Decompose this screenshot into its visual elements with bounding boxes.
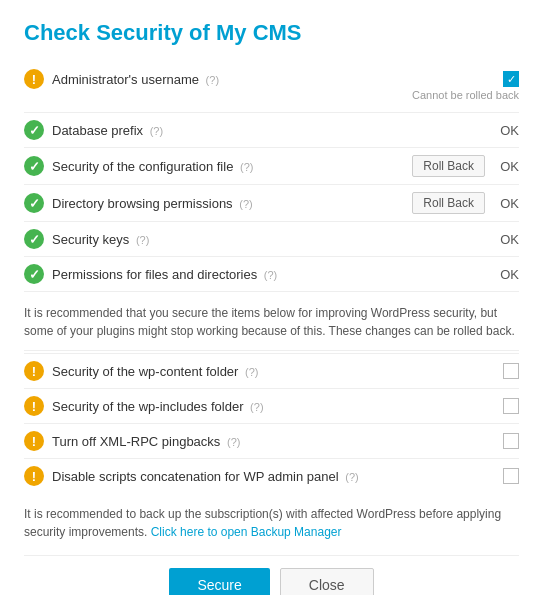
status-db: OK [499, 123, 519, 138]
item-label-db: Database prefix (?) [52, 123, 491, 138]
backup-manager-link[interactable]: Click here to open Backup Manager [151, 525, 342, 539]
bottom-text: It is recommended to back up the subscri… [24, 493, 519, 555]
admin-checkbox[interactable] [503, 71, 519, 87]
checkbox-xml-rpc[interactable] [503, 433, 519, 449]
item-label-permissions: Permissions for files and directories (?… [52, 267, 491, 282]
status-keys: OK [499, 232, 519, 247]
warn-icon-wp-content: ! [24, 361, 44, 381]
cannot-rollback-text: Cannot be rolled back [24, 89, 519, 105]
item-label-keys: Security keys (?) [52, 232, 491, 247]
ok-icon-db: ✓ [24, 120, 44, 140]
item-label-dir: Directory browsing permissions (?) [52, 196, 412, 211]
status-dir: OK [499, 196, 519, 211]
ok-icon-dir: ✓ [24, 193, 44, 213]
item-row-db-prefix: ✓ Database prefix (?) OK [24, 113, 519, 148]
item-row-config-file: ✓ Security of the configuration file (?)… [24, 148, 519, 185]
warn-icon-wp-includes: ! [24, 396, 44, 416]
rollback-button-dir[interactable]: Roll Back [412, 192, 485, 214]
item-row-wp-includes: ! Security of the wp-includes folder (?) [24, 389, 519, 424]
close-button[interactable]: Close [280, 568, 374, 595]
optional-items-section: ! Security of the wp-content folder (?) … [24, 353, 519, 493]
item-row-wp-content: ! Security of the wp-content folder (?) [24, 354, 519, 389]
ok-icon-permissions: ✓ [24, 264, 44, 284]
checkbox-scripts[interactable] [503, 468, 519, 484]
warn-icon-admin: ! [24, 69, 44, 89]
main-container: Check Security of My CMS ! Administrator… [0, 0, 543, 595]
item-row-dir-browsing: ✓ Directory browsing permissions (?) Rol… [24, 185, 519, 222]
warn-icon-xml-rpc: ! [24, 431, 44, 451]
item-row-xml-rpc: ! Turn off XML-RPC pingbacks (?) [24, 424, 519, 459]
warn-icon-scripts: ! [24, 466, 44, 486]
item-label-admin: Administrator's username (?) [52, 72, 503, 87]
item-row-file-permissions: ✓ Permissions for files and directories … [24, 257, 519, 292]
checkbox-wp-content[interactable] [503, 363, 519, 379]
ok-icon-keys: ✓ [24, 229, 44, 249]
item-label-wp-content: Security of the wp-content folder (?) [52, 364, 503, 379]
status-config: OK [499, 159, 519, 174]
item-label-wp-includes: Security of the wp-includes folder (?) [52, 399, 503, 414]
info-text: It is recommended that you secure the it… [24, 292, 519, 351]
item-row-scripts-concat: ! Disable scripts concatenation for WP a… [24, 459, 519, 493]
item-label-scripts: Disable scripts concatenation for WP adm… [52, 469, 503, 484]
page-title: Check Security of My CMS [24, 20, 519, 46]
status-permissions: OK [499, 267, 519, 282]
secure-button[interactable]: Secure [169, 568, 269, 595]
item-label-config: Security of the configuration file (?) [52, 159, 412, 174]
footer-buttons: Secure Close [24, 555, 519, 595]
item-row-admin-username: ! Administrator's username (?) Cannot be… [24, 62, 519, 113]
item-label-xml-rpc: Turn off XML-RPC pingbacks (?) [52, 434, 503, 449]
item-row-security-keys: ✓ Security keys (?) OK [24, 222, 519, 257]
checkbox-wp-includes[interactable] [503, 398, 519, 414]
ok-icon-config: ✓ [24, 156, 44, 176]
rollback-button-config[interactable]: Roll Back [412, 155, 485, 177]
